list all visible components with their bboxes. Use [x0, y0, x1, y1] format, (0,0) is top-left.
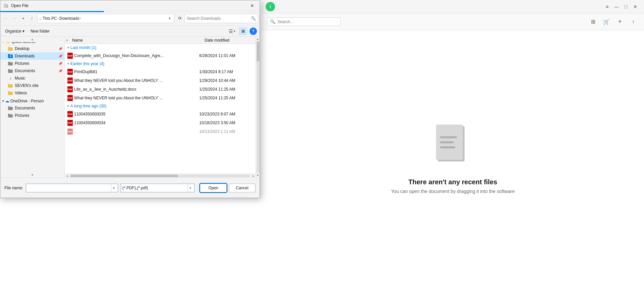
basket-icon[interactable]: 🛒: [601, 16, 612, 27]
table-row[interactable]: PDF What they NEVER told you About the U…: [65, 76, 256, 85]
horizontal-scrollbar: ◂ ▸: [65, 174, 256, 178]
list-view-icon: ☰: [229, 29, 233, 34]
dialog-content: ▾ Name Date modified ▾ Last month (1) PD…: [65, 37, 256, 178]
filetype-select[interactable]: (*.PDF),(*.pdf) ▾: [121, 184, 195, 192]
file-date-5: 1/25/2024 11:25 AM: [199, 96, 253, 100]
help-button[interactable]: ?: [250, 28, 257, 35]
sidebar-item-label-od-pictures: Pictures: [15, 113, 29, 118]
vscroll-down-button[interactable]: ▾: [256, 173, 260, 178]
view-list-button[interactable]: ☰ ▾: [227, 28, 237, 35]
table-row[interactable]: PDF What they NEVER told you About the U…: [65, 94, 256, 102]
minimize-button[interactable]: —: [612, 2, 621, 11]
sidebar-scroll-down[interactable]: ▾: [0, 172, 64, 178]
pin-icon-documents: 📌: [58, 69, 62, 73]
add-icon[interactable]: +: [614, 16, 625, 27]
table-row[interactable]: PDF PrintDupBill1 1/30/2024 8:17 AM: [65, 67, 256, 76]
sidebar-item-label-documents: Documents: [15, 68, 35, 73]
file-group-earlier-year[interactable]: ▾ Earlier this year (4): [65, 60, 256, 67]
table-row[interactable]: PDF Life_as_a_Jew_in_Auschwitz.docx 1/25…: [65, 85, 256, 94]
sidebar-item-od-documents[interactable]: Documents: [0, 104, 64, 112]
view-toggle-button[interactable]: ⊞: [239, 27, 248, 35]
dialog-titlebar: Open File ✕: [0, 0, 260, 11]
downloads-path-icon: ↓: [39, 16, 41, 21]
file-date-8: 10/13/2023 1:11 AM: [199, 129, 253, 134]
back-button[interactable]: ←: [2, 14, 10, 22]
vscroll-up-button[interactable]: ▴: [256, 37, 260, 41]
hscroll-right-button[interactable]: ▸: [251, 174, 256, 178]
folder-icon-od-pics: [8, 113, 13, 118]
pdf-icon-1: PDF: [67, 53, 73, 59]
app-search-input[interactable]: [277, 19, 331, 24]
dialog-addressbar: ← → ▾ ↑ ↓ This PC › Downloads › ▾ ⟳ 🔍: [0, 11, 260, 26]
pdf-icon-4: PDF: [67, 86, 73, 92]
table-row[interactable]: PDF 11004350000034 10/18/2023 3:50 AM: [65, 118, 256, 127]
grid-view-icon[interactable]: ⊞: [588, 16, 598, 27]
hscroll-track[interactable]: [70, 175, 250, 177]
table-row[interactable]: PDF Complete_with_Docusign_Non-Disclosur…: [65, 51, 256, 60]
sidebar-item-sevens-site[interactable]: SEVEN's site: [0, 82, 64, 89]
sidebar-group-header-onedrive[interactable]: ▾ ☁ OneDrive - Person: [0, 97, 64, 104]
file-group-long-ago[interactable]: ▾ A long time ago (30): [65, 102, 256, 110]
vscroll-thumb[interactable]: [257, 41, 259, 61]
filename-field[interactable]: [28, 186, 110, 190]
path-dropdown-end[interactable]: ▾: [166, 15, 173, 22]
upload-icon[interactable]: ↑: [628, 16, 639, 27]
up-button[interactable]: ↑: [28, 14, 36, 22]
folder-icon-documents: [8, 68, 13, 74]
maximize-button[interactable]: □: [621, 2, 631, 11]
file-date-1: 6/28/2024 11:01 AM: [199, 53, 253, 58]
open-button[interactable]: Open: [200, 184, 227, 192]
sidebar-item-music[interactable]: ♪ Music: [0, 75, 64, 82]
hscroll-left-button[interactable]: ◂: [65, 174, 69, 178]
file-name-8: ...: [74, 129, 198, 134]
dropdown-history-button[interactable]: ▾: [19, 14, 27, 22]
file-group-last-month[interactable]: ▾ Last month (1): [65, 44, 256, 51]
filetype-dropdown-button[interactable]: ▾: [187, 184, 193, 192]
file-group-label-long-ago: A long time ago (30): [70, 104, 106, 108]
sidebar-items: ▾ ⭐ Quick access Desktop 📌: [0, 37, 64, 121]
new-folder-button[interactable]: New folder: [29, 28, 52, 34]
sidebar-item-desktop[interactable]: Desktop 📌: [0, 45, 64, 52]
sidebar-item-label-od-documents: Documents: [15, 106, 35, 110]
search-box[interactable]: 🔍: [184, 14, 258, 23]
filename-input-container[interactable]: ▾: [26, 184, 118, 192]
sidebar-item-od-pictures[interactable]: Pictures: [0, 112, 64, 119]
hscroll-thumb[interactable]: [70, 175, 178, 177]
downloads-icon: [8, 53, 13, 59]
no-files-illustration: [433, 125, 473, 172]
close-button-app[interactable]: ✕: [631, 2, 640, 11]
app-search-box[interactable]: 🔍: [267, 17, 341, 26]
col-date-header[interactable]: Date modified: [202, 38, 256, 43]
sidebar-item-label-pictures: Pictures: [15, 61, 29, 66]
sidebar-item-videos[interactable]: Videos: [0, 89, 64, 97]
file-name-4: Life_as_a_Jew_in_Auschwitz.docx: [74, 87, 198, 92]
file-name-7: 11004350000034: [74, 121, 198, 125]
search-input[interactable]: [187, 16, 250, 21]
organize-button[interactable]: Organize ▾: [3, 28, 26, 34]
table-row[interactable]: PDF ... 10/13/2023 1:11 AM: [65, 127, 256, 136]
dialog-sidebar: ▴ ▾ ⭐ Quick access Desktop 📌: [0, 37, 65, 178]
sidebar-item-downloads[interactable]: Downloads 📌: [0, 52, 64, 60]
sidebar-scroll-up[interactable]: ▴: [0, 37, 64, 42]
dialog-resize-handle[interactable]: [256, 194, 260, 198]
sidebar-item-label-videos: Videos: [15, 91, 27, 95]
filename-dropdown-button[interactable]: ▾: [111, 184, 116, 192]
file-date-4: 1/25/2024 11:25 AM: [199, 87, 253, 92]
vscroll-track[interactable]: [257, 41, 259, 173]
onedrive-label: OneDrive - Person: [10, 99, 44, 103]
folder-icon-videos: [8, 90, 13, 96]
col-name-header[interactable]: Name: [69, 38, 202, 43]
file-date-3: 1/29/2024 10:44 AM: [199, 78, 253, 83]
hamburger-icon[interactable]: ≡: [602, 2, 612, 11]
dialog-close-button[interactable]: ✕: [248, 2, 257, 9]
sidebar-item-documents[interactable]: Documents 📌: [0, 67, 64, 75]
forward-button[interactable]: →: [10, 14, 18, 22]
address-path-bar[interactable]: ↓ This PC › Downloads › ▾: [37, 14, 174, 23]
table-row[interactable]: PDF 11004350000035 10/23/2023 9:07 AM: [65, 110, 256, 118]
svg-rect-3: [440, 141, 453, 143]
no-files-subtitle: You can open the document by dragging it…: [391, 189, 515, 194]
cancel-button[interactable]: Cancel: [229, 184, 256, 192]
pdf-icon-2: PDF: [67, 69, 73, 75]
sidebar-item-pictures[interactable]: Pictures 📌: [0, 60, 64, 67]
refresh-button[interactable]: ⟳: [176, 14, 184, 22]
